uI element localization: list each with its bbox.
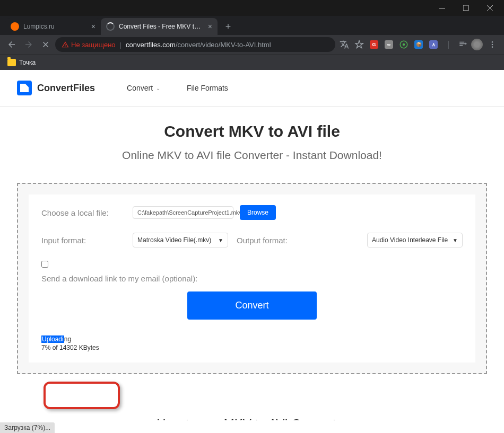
reading-list-icon[interactable] <box>457 39 469 50</box>
extension-icon[interactable]: ∧ <box>428 39 439 50</box>
converter-form: Choose a local file: C:\fakepath\ScreenC… <box>29 195 475 363</box>
browser-tabbar: Lumpics.ru × Convert Files - Free MKV to… <box>0 16 504 35</box>
window-close-button[interactable] <box>478 0 502 16</box>
chevron-down-icon: ▼ <box>453 237 458 243</box>
loading-spinner-icon <box>106 22 115 31</box>
forward-button[interactable] <box>21 37 36 52</box>
security-warning: Не защищено <box>62 41 116 49</box>
nav-menu: Convert ⌄ File Formats <box>127 84 228 92</box>
choose-file-label: Choose a local file: <box>41 208 126 217</box>
logo-icon <box>17 81 32 95</box>
input-format-select[interactable]: Matroska Video File(.mkv)▼ <box>133 233 228 248</box>
star-icon[interactable] <box>353 39 365 50</box>
window-maximize-button[interactable] <box>454 0 478 16</box>
tab-title: Lumpics.ru <box>23 23 85 30</box>
chevron-down-icon: ▼ <box>218 237 223 243</box>
new-tab-button[interactable]: + <box>221 19 236 34</box>
output-format-label: Output format: <box>237 236 288 245</box>
svg-rect-0 <box>463 5 468 11</box>
separator: | <box>120 41 121 49</box>
close-icon[interactable]: × <box>208 22 212 31</box>
email-label: Send a download link to my email (option… <box>41 274 463 283</box>
menu-button[interactable] <box>485 37 500 52</box>
upload-progress-rest: ng <box>64 335 71 343</box>
chevron-down-icon: ⌄ <box>156 85 160 91</box>
stop-reload-button[interactable] <box>38 37 53 52</box>
close-icon[interactable]: × <box>91 22 95 31</box>
convert-button[interactable]: Convert <box>187 291 316 320</box>
upload-progress-highlight: Uploadi <box>41 335 64 343</box>
back-button[interactable] <box>4 37 19 52</box>
output-format-select[interactable]: Audio Video Interleave File▼ <box>367 233 463 248</box>
site-header: ConvertFiles Convert ⌄ File Formats <box>0 70 504 107</box>
extension-icon[interactable]: 📦 <box>413 39 424 50</box>
bookmarks-bar: Точка <box>0 54 504 70</box>
profile-avatar[interactable] <box>471 39 483 50</box>
favicon-icon <box>11 22 19 31</box>
tab-convertfiles[interactable]: Convert Files - Free MKV to AVI c × <box>101 18 218 35</box>
upload-status: Uploading 7% of 14302 KBytes <box>41 335 99 351</box>
extension-icon[interactable]: ∞ <box>383 39 395 50</box>
translate-icon[interactable] <box>338 39 350 50</box>
folder-icon <box>7 59 16 66</box>
separator: | <box>442 39 454 50</box>
browse-button[interactable]: Browse <box>240 205 276 220</box>
page-subtitle: Online MKV to AVI file Converter - Insta… <box>11 149 493 162</box>
warning-text: Не защищено <box>71 41 116 49</box>
address-input[interactable]: Не защищено | convertfiles.com/convert/v… <box>55 37 335 52</box>
file-path-input[interactable]: C:\fakepath\ScreenCaptureProject1.mkv <box>133 206 233 219</box>
browser-statusbar: Загрузка (7%)... <box>0 422 55 433</box>
page-viewport[interactable]: ConvertFiles Convert ⌄ File Formats Conv… <box>0 70 504 420</box>
url-text: convertfiles.com/convert/video/MKV-to-AV… <box>126 41 271 49</box>
svg-point-2 <box>403 43 405 46</box>
bookmark-label: Точка <box>19 59 36 66</box>
tab-lumpics[interactable]: Lumpics.ru × <box>5 18 101 35</box>
warning-icon <box>62 41 69 48</box>
bookmark-folder[interactable]: Точка <box>7 59 36 66</box>
nav-file-formats[interactable]: File Formats <box>187 84 228 92</box>
converter-dropzone[interactable]: Choose a local file: C:\fakepath\ScreenC… <box>17 183 487 374</box>
browser-addressbar: Не защищено | convertfiles.com/convert/v… <box>0 35 504 54</box>
input-format-label: Input format: <box>41 236 126 245</box>
logo-text: ConvertFiles <box>37 83 95 94</box>
tab-title: Convert Files - Free MKV to AVI c <box>119 23 202 30</box>
svg-point-4 <box>492 44 493 46</box>
upload-detail: 7% of 14302 KBytes <box>41 344 99 351</box>
nav-convert[interactable]: Convert ⌄ <box>127 84 160 92</box>
svg-point-3 <box>492 41 493 43</box>
window-minimize-button[interactable] <box>430 0 454 16</box>
svg-point-5 <box>492 46 493 48</box>
nav-label: File Formats <box>187 84 228 92</box>
extension-icon[interactable] <box>398 39 410 50</box>
window-titlebar <box>0 0 504 16</box>
page-title: Convert MKV to AVI file <box>11 122 493 140</box>
email-checkbox[interactable] <box>41 261 48 268</box>
nav-label: Convert <box>127 84 153 92</box>
hero-section: Convert MKV to AVI file Online MKV to AV… <box>0 107 504 183</box>
howto-heading: How to use MKV to AVI Converter <box>0 395 504 420</box>
extension-icon[interactable]: G <box>368 39 380 50</box>
site-logo[interactable]: ConvertFiles <box>17 81 95 95</box>
